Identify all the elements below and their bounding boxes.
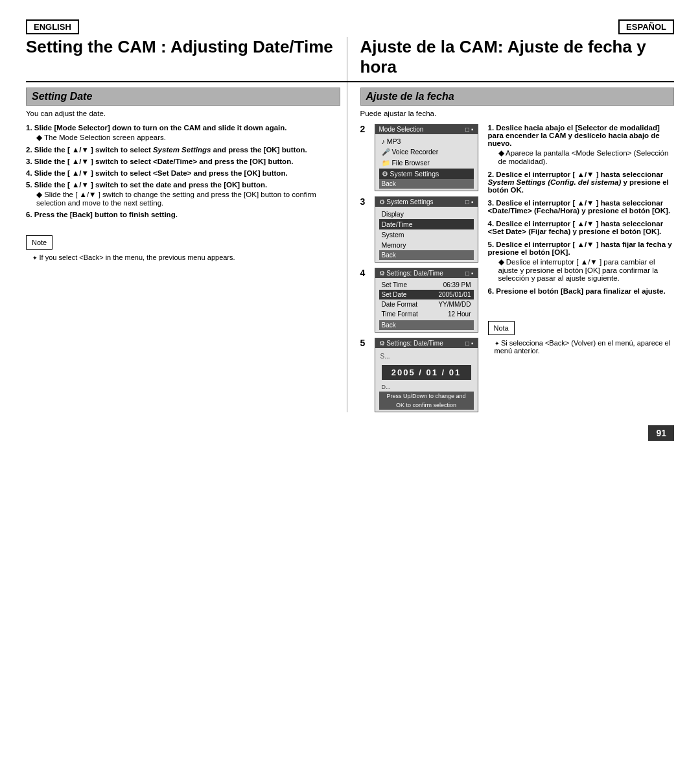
title-left: Setting the CAM : Adjusting Date/Time [26,37,347,81]
screen-4-body: Set Time 06:39 PM Set Date 2005/01/01 Da… [375,278,478,332]
espanol-badge: ESPAÑOL [618,19,674,34]
left-section-header: Setting Date [26,88,340,106]
screen-3-number: 3 [360,196,371,207]
screen-3-titlebar: ⚙ System Settings □ ▪ [375,197,478,207]
right-note-label: Nota [488,321,515,335]
left-note: If you select <Back> in the menu, the pr… [26,253,340,261]
date-instruction-2: OK to confirm selection [379,401,474,410]
language-bar: ENGLISH ESPAÑOL [26,19,674,34]
screen-4-item: 4 ⚙ Settings: Date/Time □ ▪ Set Time [360,268,480,333]
screen-2-box: Mode Selection □ ▪ ♪ MP3 🎤 Voice Recorde… [375,124,478,191]
screen-5-titlebar: ⚙ Settings: Date/Time □ ▪ [375,338,478,348]
screen-5-box: ⚙ Settings: Date/Time □ ▪ S... 2005 / 01… [375,338,478,412]
title-right: Ajuste de la CAM: Ajuste de fecha y hora [347,37,675,81]
right-step-2: 2. Deslice el interruptor [ ▲/▼ ] hasta … [488,170,675,194]
right-step-4: 4. Deslice el interruptor [ ▲/▼ ] hasta … [488,220,675,235]
date-display: 2005 / 01 / 01 [382,365,471,380]
right-steps-area: 1. Deslice hacia abajo el [Selector de m… [480,124,675,412]
screen-4-box: ⚙ Settings: Date/Time □ ▪ Set Time 06:39… [375,268,478,333]
right-step-6: 6. Presione el botón [Back] para finaliz… [488,287,675,295]
screen-2-titlebar: Mode Selection □ ▪ [375,124,478,134]
left-step-6: 6. Press the [Back] button to finish set… [26,211,340,218]
left-step-2: 2. Slide the [ ▲/▼ ] switch to select Sy… [26,146,340,154]
screen-2-body: ♪ MP3 🎤 Voice Recorder 📁 File Browser ⚙ … [375,134,478,191]
screen-4-number: 4 [360,268,371,278]
left-column: Setting Date You can adjust the date. 1.… [26,82,347,412]
right-steps: 1. Deslice hacia abajo el [Selector de m… [488,124,675,295]
left-step-1: 1. Slide [Mode Selector] down to turn on… [26,124,340,142]
screen-3-body: Display Date/Time System Memory Back [375,207,478,262]
page-number-area: 91 [26,425,674,441]
right-column: Ajuste de la fecha Puede ajustar la fech… [347,82,675,412]
screen-3-item: 3 ⚙ System Settings □ ▪ Display Date/Tim… [360,196,480,263]
right-step-1: 1. Deslice hacia abajo el [Selector de m… [488,124,675,165]
right-content-area: 2 Mode Selection □ ▪ ♪ MP3 🎤 Voice Recor… [360,124,675,412]
right-step-5: 5. Deslice el interruptor [ ▲/▼ ] hasta … [488,241,675,282]
page-number: 91 [648,425,674,441]
left-steps: 1. Slide [Mode Selector] down to turn on… [26,124,340,218]
screen-5-item: 5 ⚙ Settings: Date/Time □ ▪ S... 2005 / … [360,338,480,412]
right-section-header: Ajuste de la fecha [360,88,675,106]
left-intro: You can adjust the date. [26,110,340,117]
right-note-area: Nota Si selecciona <Back> (Volver) en el… [488,314,675,355]
right-step-3: 3. Deslice el interruptor [ ▲/▼ ] hasta … [488,199,675,215]
right-note-content: Si selecciona <Back> (Volver) en el menú… [488,339,675,355]
main-title: Setting the CAM : Adjusting Date/Time Aj… [26,37,674,82]
left-step-5: 5. Slide the [ ▲/▼ ] switch to set the d… [26,181,340,207]
screen-2-item: 2 Mode Selection □ ▪ ♪ MP3 🎤 Voice Recor… [360,124,480,191]
screen-3-box: ⚙ System Settings □ ▪ Display Date/Time … [375,196,478,263]
screens-sidebar: 2 Mode Selection □ ▪ ♪ MP3 🎤 Voice Recor… [360,124,480,412]
english-badge: ENGLISH [26,19,79,34]
screen-4-titlebar: ⚙ Settings: Date/Time □ ▪ [375,268,478,278]
right-intro: Puede ajustar la fecha. [360,110,675,117]
left-step-4: 4. Slide the [ ▲/▼ ] switch to select <S… [26,169,340,177]
screen-2-number: 2 [360,124,371,134]
screen-5-number: 5 [360,338,371,348]
date-instruction-1: Press Up/Down to change and [379,392,474,401]
left-step-3: 3. Slide the [ ▲/▼ ] switch to select <D… [26,158,340,165]
content-area: Setting Date You can adjust the date. 1.… [26,82,674,412]
note-label: Note [26,235,52,250]
screen-5-body: S... 2005 / 01 / 01 D... Press Up/Down t… [375,348,478,412]
